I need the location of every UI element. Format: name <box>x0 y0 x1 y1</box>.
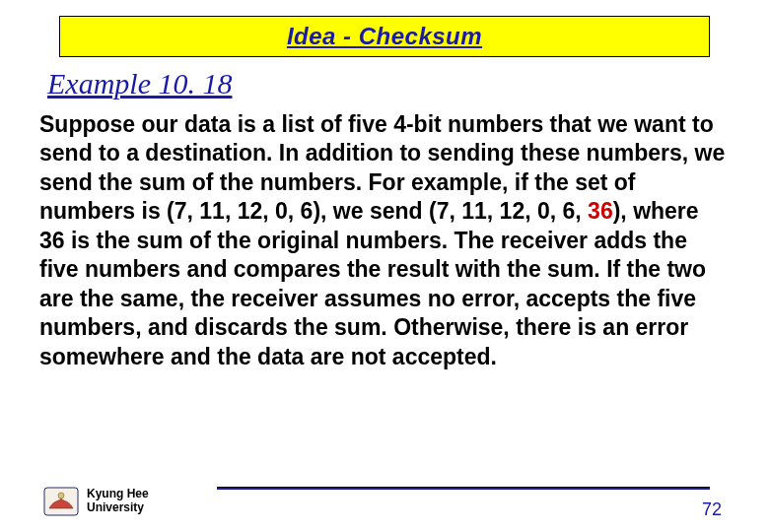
slide-footer: Kyung Hee University 72 <box>0 473 769 520</box>
footer-branding: Kyung Hee University <box>43 487 149 516</box>
university-crest-icon <box>43 487 79 516</box>
university-name: Kyung Hee University <box>87 488 149 515</box>
university-name-line1: Kyung Hee <box>87 488 149 501</box>
example-heading: Example 10. 18 <box>47 67 769 100</box>
page-number: 72 <box>702 499 722 520</box>
slide-title-bar: Idea - Checksum <box>59 16 710 57</box>
footer-divider <box>217 487 710 490</box>
body-paragraph: Suppose our data is a list of five 4-bit… <box>39 110 730 371</box>
svg-point-1 <box>58 493 64 499</box>
slide-title: Idea - Checksum <box>287 23 482 49</box>
body-text-highlight: 36 <box>588 198 613 224</box>
university-name-line2: University <box>87 501 149 515</box>
